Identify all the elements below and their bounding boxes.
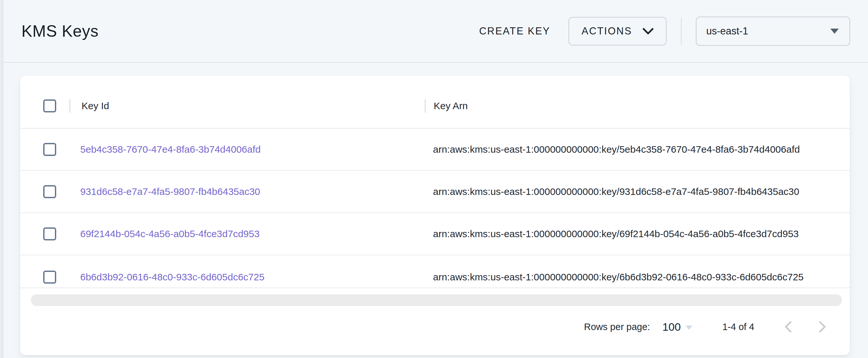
header-toolbar: CREATE KEY ACTIONS us-east-1 — [476, 17, 850, 46]
key-arn-cell: arn:aws:kms:us-east-1:000000000000:key/5… — [425, 144, 850, 155]
pagination-range-label: 1-4 of 4 — [722, 322, 754, 332]
next-page-button[interactable] — [817, 320, 828, 333]
key-arn-cell: arn:aws:kms:us-east-1:000000000000:key/9… — [425, 186, 850, 197]
caret-down-icon — [830, 29, 839, 34]
table-row: 6b6d3b92-0616-48c0-933c-6d605dc6c725 arn… — [20, 255, 850, 288]
select-all-checkbox[interactable] — [43, 99, 56, 112]
key-id-link[interactable]: 5eb4c358-7670-47e4-8fa6-3b74d4006afd — [80, 144, 260, 155]
actions-button[interactable]: ACTIONS — [568, 17, 666, 46]
key-id-link[interactable]: 69f2144b-054c-4a56-a0b5-4fce3d7cd953 — [80, 228, 259, 239]
horizontal-scrollbar[interactable] — [31, 294, 842, 306]
table-row: 69f2144b-054c-4a56-a0b5-4fce3d7cd953 arn… — [20, 213, 850, 255]
key-arn-cell: arn:aws:kms:us-east-1:000000000000:key/6… — [425, 228, 850, 239]
key-id-link[interactable]: 931d6c58-e7a7-4fa5-9807-fb4b6435ac30 — [80, 186, 260, 197]
table-header-row: Key Id Key Arn — [20, 76, 850, 129]
column-header-key-arn: Key Arn — [426, 100, 850, 112]
row-checkbox[interactable] — [43, 228, 56, 240]
toolbar-divider — [681, 18, 682, 45]
rows-per-page-value: 100 — [662, 321, 681, 333]
row-checkbox-cell — [20, 228, 69, 240]
horizontal-scrollbar-track — [20, 294, 850, 306]
row-checkbox[interactable] — [43, 271, 56, 284]
create-key-button[interactable]: CREATE KEY — [476, 20, 554, 43]
region-select[interactable]: us-east-1 — [696, 17, 850, 46]
chevron-left-icon — [784, 321, 792, 333]
row-checkbox[interactable] — [43, 185, 56, 198]
kms-keys-table-card: Key Id Key Arn 5eb4c358-7670-47e4-8fa6-3… — [20, 76, 850, 355]
window-left-edge — [0, 0, 3, 358]
actions-button-label: ACTIONS — [582, 25, 632, 37]
rows-per-page-label: Rows per page: — [584, 322, 650, 332]
caret-down-icon — [685, 326, 692, 330]
chevron-down-icon — [643, 28, 654, 35]
table-pagination: Rows per page: 100 1-4 of 4 — [20, 313, 850, 340]
rows-per-page-select[interactable]: 100 — [662, 321, 692, 333]
table-row: 931d6c58-e7a7-4fa5-9807-fb4b6435ac30 arn… — [20, 171, 850, 213]
row-checkbox-cell — [20, 185, 69, 198]
page-title: KMS Keys — [22, 22, 98, 40]
select-all-cell — [20, 99, 69, 112]
table-row: 5eb4c358-7670-47e4-8fa6-3b74d4006afd arn… — [20, 129, 850, 171]
row-checkbox-cell — [20, 271, 69, 284]
page-header: KMS Keys CREATE KEY ACTIONS us-east-1 — [0, 0, 868, 63]
previous-page-button[interactable] — [782, 320, 794, 333]
key-id-link[interactable]: 6b6d3b92-0616-48c0-933c-6d605dc6c725 — [80, 272, 265, 282]
key-id-cell: 5eb4c358-7670-47e4-8fa6-3b74d4006afd — [69, 144, 425, 155]
column-header-key-id: Key Id — [70, 100, 425, 112]
row-checkbox-cell — [20, 143, 69, 156]
key-arn-cell: arn:aws:kms:us-east-1:000000000000:key/6… — [425, 272, 850, 282]
row-checkbox[interactable] — [43, 143, 56, 156]
region-select-value: us-east-1 — [706, 25, 748, 37]
key-id-cell: 6b6d3b92-0616-48c0-933c-6d605dc6c725 — [69, 272, 425, 282]
key-id-cell: 69f2144b-054c-4a56-a0b5-4fce3d7cd953 — [69, 228, 425, 239]
key-id-cell: 931d6c58-e7a7-4fa5-9807-fb4b6435ac30 — [69, 186, 425, 197]
chevron-right-icon — [818, 321, 827, 333]
